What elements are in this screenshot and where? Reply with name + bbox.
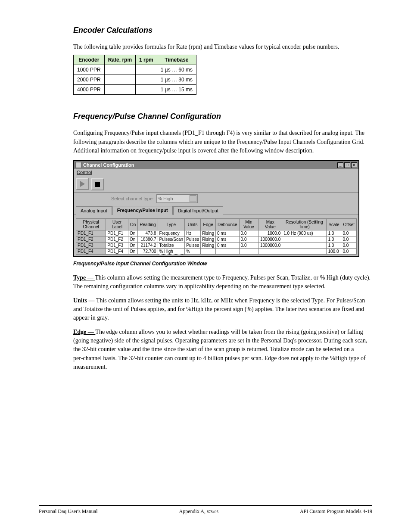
menu-bar[interactable]: Control: [74, 169, 358, 176]
cell[interactable]: PD1_F4: [106, 249, 128, 255]
cell[interactable]: 0 ms: [215, 230, 239, 236]
grid-row[interactable]: PD1_F4 PD1_F4 On 72.700 % High % 100.0 0…: [76, 249, 357, 255]
mini-cell: 2000 PPR: [74, 75, 105, 85]
cell[interactable]: On: [128, 230, 137, 236]
mini-row: 2000 PPR 1 µs … 30 ms: [74, 75, 196, 85]
cell[interactable]: 0.0: [239, 243, 258, 249]
footer-rule: [39, 505, 372, 506]
minimize-button[interactable]: _: [337, 162, 343, 168]
maximize-button[interactable]: □: [344, 162, 350, 168]
tab-strip: Analog Input Frequency/Pulse Input Digit…: [74, 205, 358, 215]
encoder-heading: Encoder Calculations: [73, 26, 372, 35]
mini-cell: [136, 75, 157, 85]
cell[interactable]: 0.0: [341, 230, 357, 236]
cell[interactable]: Pulses: [185, 243, 201, 249]
cell[interactable]: 1000000.0: [258, 236, 282, 243]
cell[interactable]: 0 ms: [215, 236, 239, 243]
col-type[interactable]: Type: [158, 219, 185, 230]
col-scale[interactable]: Scale: [327, 219, 341, 230]
cell[interactable]: Rising: [201, 236, 216, 243]
footer-right: API Custom Program Models 4-19: [300, 508, 372, 515]
tab-analog-input[interactable]: Analog Input: [76, 206, 112, 215]
cell[interactable]: Frequency: [158, 230, 185, 236]
tab-frequency-pulse-input[interactable]: Frequency/Pulse Input: [112, 206, 173, 215]
col-edge[interactable]: Edge: [201, 219, 216, 230]
mini-cell: 4000 PPR: [74, 85, 105, 95]
cell[interactable]: 0.0: [341, 236, 357, 243]
cell[interactable]: PD1_F1: [106, 230, 128, 236]
cell[interactable]: [282, 249, 327, 255]
col-offset[interactable]: Offset: [341, 219, 357, 230]
cell: PD1_F1: [76, 230, 106, 236]
cell[interactable]: [282, 243, 327, 249]
col-debounce[interactable]: Debounce: [215, 219, 239, 230]
units-label: Units —: [73, 297, 96, 304]
col-max-value[interactable]: Max Value: [258, 219, 282, 230]
col-resolution[interactable]: Resolution (Settling Time): [282, 219, 327, 230]
cell[interactable]: Totalize: [158, 243, 185, 249]
cell[interactable]: 0.0: [239, 230, 258, 236]
para-edge: Edge — The edge column allows you to sel…: [73, 328, 372, 371]
cell[interactable]: 1000000.0: [258, 243, 282, 249]
mini-th: 1 rpm: [136, 55, 157, 65]
channel-type-value: % High: [158, 196, 173, 201]
col-min-value[interactable]: Min Value: [239, 219, 258, 230]
freq-heading: Frequency/Pulse Channel Configuration: [73, 112, 372, 121]
stop-button[interactable]: [91, 178, 104, 190]
cell[interactable]: %: [185, 249, 201, 255]
cell[interactable]: 0.0: [239, 236, 258, 243]
cell[interactable]: On: [128, 243, 137, 249]
cell[interactable]: 1.0: [327, 230, 341, 236]
cell[interactable]: 0.0: [341, 249, 357, 255]
mini-cell: [104, 65, 135, 75]
col-on[interactable]: On: [128, 219, 137, 230]
col-reading[interactable]: Reading: [138, 219, 158, 230]
cell[interactable]: On: [128, 249, 137, 255]
col-user-label[interactable]: User Label: [106, 219, 128, 230]
cell[interactable]: Rising: [201, 243, 216, 249]
col-physical-channel[interactable]: Physical Channel: [76, 219, 106, 230]
cell[interactable]: Rising: [201, 230, 216, 236]
cell[interactable]: Pulses: [185, 236, 201, 243]
cell[interactable]: 1.0: [327, 236, 341, 243]
cell[interactable]: [258, 249, 282, 255]
cell[interactable]: [215, 249, 239, 255]
window-titlebar[interactable]: Channel Configuration _ □ ×: [74, 161, 358, 169]
cell[interactable]: 1.0: [327, 243, 341, 249]
edge-label: Edge —: [73, 329, 95, 335]
para-type: Type — This column allows setting the me…: [73, 274, 372, 291]
play-icon: [80, 181, 85, 187]
cell[interactable]: PD1_F2: [106, 236, 128, 243]
dropdown-icon[interactable]: [190, 195, 196, 202]
cell[interactable]: 1.0 Hz (900 us): [282, 230, 327, 236]
cell-active-editor[interactable]: % High: [158, 249, 185, 255]
cell[interactable]: PD1_F3: [106, 243, 128, 249]
col-units[interactable]: Units: [185, 219, 201, 230]
grid-row[interactable]: PD1_F2 PD1_F2 On 18380.7 Pulses/Scan Pul…: [76, 236, 357, 243]
menu-control[interactable]: Control: [77, 170, 92, 175]
channel-config-window: Channel Configuration _ □ × Control Sele…: [73, 160, 359, 257]
mini-cell: 1 µs … 60 ms: [157, 65, 196, 75]
channel-type-select[interactable]: % High: [156, 194, 198, 203]
cell[interactable]: [282, 236, 327, 243]
close-button[interactable]: ×: [351, 162, 357, 168]
grid-row[interactable]: PD1_F3 PD1_F3 On 21174.2 Totalize Pulses…: [76, 243, 357, 249]
cell[interactable]: 1000.0: [258, 230, 282, 236]
cell[interactable]: Pulses/Scan: [158, 236, 185, 243]
tab-digital-io[interactable]: Digital Input/Output: [173, 206, 223, 215]
grid-row[interactable]: PD1_F1 PD1_F1 On 473.8 Frequency Hz Risi…: [76, 230, 357, 236]
cell[interactable]: [201, 249, 216, 255]
cell[interactable]: 0.0: [341, 243, 357, 249]
play-button[interactable]: [76, 178, 89, 190]
cell[interactable]: [239, 249, 258, 255]
mini-th: Timebase: [157, 55, 196, 65]
cell[interactable]: 0 ms: [215, 243, 239, 249]
footer-left: Personal Daq User's Manual: [39, 508, 97, 515]
mini-row: 4000 PPR 1 µs … 15 ms: [74, 85, 196, 95]
cell[interactable]: 100.0: [327, 249, 341, 255]
channel-grid[interactable]: Physical Channel User Label On Reading T…: [76, 218, 357, 255]
cell[interactable]: Hz: [185, 230, 201, 236]
cell[interactable]: On: [128, 236, 137, 243]
mini-cell: [136, 85, 157, 95]
type-label: Type —: [73, 274, 95, 281]
